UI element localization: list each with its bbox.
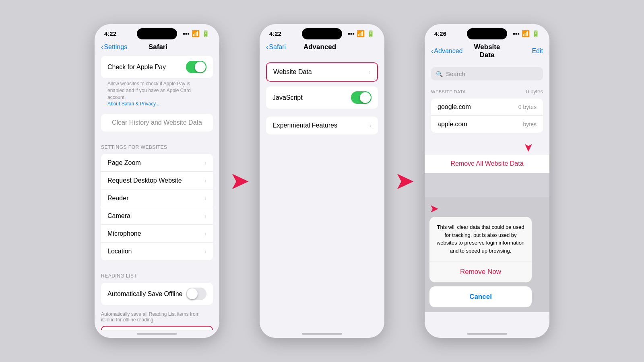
page-zoom-label: Page Zoom: [107, 159, 141, 167]
time-1: 4:22: [104, 30, 116, 37]
wifi-icon-3: ▪▪▪: [513, 30, 520, 37]
home-bar-2: [302, 333, 342, 335]
screen2-content: Website Data › JavaScript Experimental F…: [260, 56, 384, 330]
back-button-3[interactable]: ‹ Advanced: [431, 47, 469, 55]
microphone-item[interactable]: Microphone ›: [101, 225, 213, 243]
home-indicator-2: [260, 330, 384, 338]
modal-message: This will clear data that could be used …: [429, 217, 532, 261]
search-icon: 🔍: [436, 71, 443, 77]
request-desktop-item[interactable]: Request Desktop Website ›: [101, 172, 213, 189]
remove-now-button[interactable]: Remove Now: [429, 261, 532, 282]
website-list: google.com 0 bytes apple.com bytes: [431, 99, 543, 133]
camera-label: Camera: [107, 212, 130, 220]
chevron-right-icon: ›: [204, 160, 206, 166]
battery-icon-2: 🔋: [367, 30, 375, 37]
back-button-2[interactable]: ‹ Safari: [266, 43, 286, 51]
edit-button[interactable]: Edit: [532, 47, 543, 54]
apple-name: apple.com: [438, 121, 467, 128]
status-icons-1: ▪▪▪ 📶 🔋: [183, 30, 210, 37]
reader-item[interactable]: Reader ›: [101, 189, 213, 207]
apple-pay-toggle[interactable]: [186, 61, 206, 73]
website-data-section-title: WEBSITE DATA: [431, 89, 466, 94]
advanced-screen: 4:22 ▪▪▪ 📶 🔋 ‹ Safari Advanced: [260, 24, 384, 338]
chevron-right-icon: ›: [204, 195, 206, 202]
chevron-right-icon: ›: [204, 230, 206, 237]
back-button-1[interactable]: ‹ Settings: [101, 43, 127, 51]
search-bar[interactable]: 🔍 Search: [431, 67, 543, 80]
advanced-wrapper: Advanced ›: [101, 326, 213, 330]
website-settings-list: Page Zoom › Request Desktop Website › Re…: [101, 154, 213, 260]
location-item[interactable]: Location ›: [101, 243, 213, 260]
screen-title-2: Advanced: [303, 43, 336, 51]
chevron-right-icon: ›: [204, 248, 206, 255]
cancel-button[interactable]: Cancel: [429, 286, 532, 307]
signal-icon-2: 📶: [357, 30, 365, 37]
apple-size: bytes: [523, 121, 537, 128]
auto-save-toggle[interactable]: [186, 288, 206, 300]
toggle-knob-js: [360, 92, 371, 103]
remove-all-label: Remove All Website Data: [450, 160, 523, 167]
back-label-3[interactable]: Advanced: [434, 47, 462, 55]
auto-save-item: Automatically Save Offline: [101, 283, 213, 305]
remove-all-arrow-icon: ➤: [522, 143, 535, 152]
advanced-item[interactable]: Advanced ›: [102, 327, 212, 330]
clear-history-button[interactable]: Clear History and Website Data: [101, 114, 213, 132]
experimental-group: Experimental Features ›: [266, 117, 378, 134]
time-2: 4:22: [269, 30, 281, 37]
status-bar-1: 4:22 ▪▪▪ 📶 🔋: [95, 24, 219, 40]
apple-item[interactable]: apple.com bytes: [431, 116, 543, 133]
modal-area: ➤ This will clear data that could be use…: [425, 197, 549, 312]
battery-icon: 🔋: [202, 30, 210, 37]
battery-icon-3: 🔋: [532, 30, 540, 37]
signal-icon-3: 📶: [522, 30, 530, 37]
screen3-content: WEBSITE DATA 0 bytes google.com 0 bytes …: [425, 84, 549, 330]
javascript-label: JavaScript: [272, 94, 303, 101]
remove-all-button[interactable]: Remove All Website Data: [425, 154, 549, 173]
status-icons-3: ▪▪▪ 📶 🔋: [513, 30, 540, 37]
experimental-item[interactable]: Experimental Features ›: [266, 117, 378, 134]
dynamic-island-2: [302, 28, 342, 39]
javascript-item: JavaScript: [266, 86, 378, 109]
website-data-total: 0 bytes: [526, 88, 543, 95]
dynamic-island-3: [467, 28, 507, 39]
clear-history-label: Clear History and Website Data: [112, 119, 202, 126]
back-label-1[interactable]: Settings: [104, 43, 127, 51]
website-data-screen: 4:26 ▪▪▪ 📶 🔋 ‹ Advanced Website Data Edi…: [425, 24, 549, 338]
website-data-item[interactable]: Website Data ›: [267, 63, 377, 81]
screen-title-1: Safari: [149, 43, 167, 51]
website-data-section-header: WEBSITE DATA 0 bytes: [431, 84, 543, 97]
apple-pay-desc: Allow websites to check if Apple Pay is …: [101, 78, 213, 107]
screen-title-3: Website Data: [474, 43, 500, 59]
reader-label: Reader: [107, 195, 128, 202]
arrow-1-container: ➤: [219, 169, 260, 193]
chevron-right-icon: ›: [204, 213, 206, 219]
reading-list-label: READING LIST: [95, 267, 219, 281]
javascript-toggle[interactable]: [351, 91, 372, 104]
settings-for-websites-label: SETTINGS FOR WEBSITES: [95, 138, 219, 152]
status-icons-2: ▪▪▪ 📶 🔋: [348, 30, 375, 37]
auto-save-label: Automatically Save Offline: [107, 290, 182, 298]
reading-list-group: Automatically Save Offline: [101, 283, 213, 305]
back-label-2[interactable]: Safari: [269, 43, 286, 51]
camera-item[interactable]: Camera ›: [101, 207, 213, 225]
home-bar-3: [467, 333, 507, 335]
page-zoom-item[interactable]: Page Zoom ›: [101, 154, 213, 172]
experimental-label: Experimental Features: [272, 122, 337, 129]
website-data-label: Website Data: [273, 68, 312, 76]
chevron-left-icon-1: ‹: [101, 43, 103, 51]
auto-save-desc: Automatically save all Reading List item…: [95, 311, 219, 326]
apple-pay-label: Check for Apple Pay: [107, 64, 166, 71]
google-size: 0 bytes: [518, 104, 537, 110]
google-item[interactable]: google.com 0 bytes: [431, 99, 543, 116]
nav-bar-1: ‹ Settings Safari: [95, 40, 219, 56]
microphone-label: Microphone: [107, 230, 141, 237]
google-name: google.com: [438, 103, 471, 111]
nav-bar-2: ‹ Safari Advanced: [260, 40, 384, 56]
toggle-knob: [195, 62, 206, 72]
website-data-highlighted-item: Website Data ›: [266, 62, 378, 82]
home-indicator-3: [425, 330, 549, 338]
javascript-group: JavaScript: [266, 86, 378, 109]
status-bar-2: 4:22 ▪▪▪ 📶 🔋: [260, 24, 384, 40]
status-bar-3: 4:26 ▪▪▪ 📶 🔋: [425, 24, 549, 40]
apple-pay-link[interactable]: About Safari & Privacy...: [107, 101, 159, 107]
